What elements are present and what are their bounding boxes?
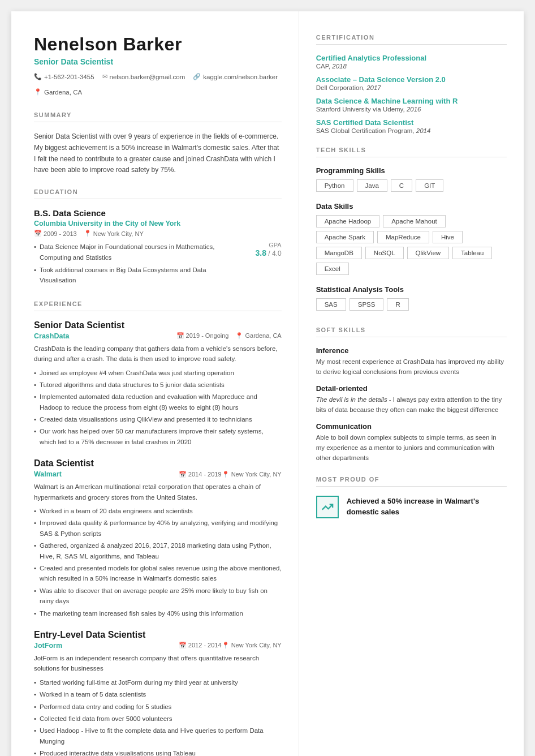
education-header: EDUCATION <box>34 188 282 195</box>
edu-school: Columbia University in the City of New Y… <box>34 220 282 227</box>
job2-meta: 📅 2014 - 2019 📍 New York City, NY <box>179 471 282 478</box>
phone-icon: 📞 <box>34 73 42 80</box>
job1-dates-location: 📅 2019 - Ongoing 📍 Gardena, CA <box>176 332 282 340</box>
skill-mapreduce: MapReduce <box>377 231 429 243</box>
most-proud-section: MOST PROUD OF Achieved a 50% increase in… <box>316 476 507 518</box>
job1-bullet-1: Joined as employee #4 when CrashData was… <box>34 368 282 378</box>
cert3-subtitle: Stanford University via Udemy, 2016 <box>316 106 507 113</box>
soft-skills-divider <box>316 337 507 337</box>
skill-mangodb: MangoDB <box>316 247 362 259</box>
header-section: Nenelson Barker Senior Data Scientist 📞 … <box>34 34 282 96</box>
skill-hive: Hive <box>433 231 463 243</box>
edu-dates: 📅 2009 - 2013 <box>34 230 77 237</box>
cert-item-3: Data Science & Machine Learning with R S… <box>316 97 507 113</box>
skill-qlikview: QlikView <box>407 247 450 259</box>
job3-bullet-6: Produced interactive data visualisations… <box>34 748 282 756</box>
edu-meta: 📅 2009 - 2013 📍 New York City, NY <box>34 230 282 237</box>
right-column: CERTIFICATION Certified Analytics Profes… <box>299 11 524 756</box>
calendar-icon: 📅 <box>34 230 42 237</box>
summary-text: Senior Data Scientist with over 9 years … <box>34 131 282 176</box>
experience-divider <box>34 311 282 311</box>
job2-bullet-1: Worked in a team of 20 data engineers an… <box>34 506 282 516</box>
job3-meta: 📅 2012 - 2014 📍 New York City, NY <box>179 642 282 649</box>
calendar-icon-j2: 📅 2014 - 2019 <box>179 471 222 478</box>
skill-apache-spark: Apache Spark <box>316 231 374 243</box>
job2-bullets: Worked in a team of 20 data engineers an… <box>34 506 282 618</box>
education-divider <box>34 199 282 199</box>
summary-header: SUMMARY <box>34 111 282 118</box>
cert2-title: Associate – Data Science Version 2.0 <box>316 75 507 84</box>
job-jotform: Entry-Level Data Scientist JotForm 📅 201… <box>34 630 282 756</box>
skill-apache-mahout: Apache Mahout <box>383 215 446 227</box>
soft-skills-section: SOFT SKILLS Inference My most recent exp… <box>316 327 507 463</box>
left-column: Nenelson Barker Senior Data Scientist 📞 … <box>11 11 299 756</box>
gpa-label: GPA <box>236 242 282 248</box>
kaggle-contact: 🔗 kaggle.com/nelson.barker <box>193 73 278 80</box>
email-icon: ✉ <box>102 73 107 80</box>
proud-item: Achieved a 50% increase in Walmart's dom… <box>316 496 507 518</box>
location-icon-edu: 📍 <box>84 230 92 237</box>
edu-bullet-1: Data Science Major in Foundational cours… <box>34 242 236 263</box>
job2-bullet-2: Improved data quality & performance by 4… <box>34 518 282 539</box>
soft-skill-1-name: Inference <box>316 346 507 355</box>
job1-desc: CrashData is the leading company that ga… <box>34 343 282 364</box>
cert4-subtitle: SAS Global Certification Program, 2014 <box>316 127 507 134</box>
soft-skill-detail: Detail-oriented The devil is in the deta… <box>316 384 507 415</box>
gpa-value: 3.8 / 4.0 <box>236 248 282 257</box>
job-walmart: Data Scientist Walmart 📅 2014 - 2019 📍 N… <box>34 458 282 618</box>
phone-contact: 📞 +1-562-201-3455 <box>34 73 94 80</box>
cert4-title: SAS Certified Data Scientist <box>316 118 507 127</box>
job1-bullets: Joined as employee #4 when CrashData was… <box>34 368 282 448</box>
email-contact: ✉ nelson.barker@gmail.com <box>102 73 185 80</box>
resume-page: Nenelson Barker Senior Data Scientist 📞 … <box>11 11 524 756</box>
data-skills-label: Data Skills <box>316 202 507 211</box>
job2-desc: Walmart is an American multinational ret… <box>34 482 282 502</box>
skill-c: C <box>391 179 412 192</box>
link-icon: 🔗 <box>193 73 201 80</box>
email-address: nelson.barker@gmail.com <box>110 74 185 80</box>
experience-section: EXPERIENCE Senior Data Scientist CrashDa… <box>34 300 282 756</box>
job1-bullet-4: Created data visualisations using QlikVi… <box>34 414 282 424</box>
soft-skill-1-desc: My most recent experience at CrashData h… <box>316 356 507 377</box>
programming-skills-category: Programming Skills Python Java C GIT <box>316 166 507 195</box>
skill-tableau: Tableau <box>452 247 492 259</box>
summary-section: SUMMARY Senior Data Scientist with over … <box>34 111 282 176</box>
location-contact: 📍 Gardena, CA <box>34 88 82 96</box>
soft-skill-communication: Communication Able to boil down complex … <box>316 422 507 463</box>
skill-excel: Excel <box>316 263 349 275</box>
data-skills-category: Data Skills Apache Hadoop Apache Mahout … <box>316 202 507 278</box>
job2-title: Data Scientist <box>34 458 282 469</box>
kaggle-url: kaggle.com/nelson.barker <box>203 74 278 80</box>
stat-analysis-label: Statistical Analysis Tools <box>316 285 507 294</box>
location-icon: 📍 <box>34 88 42 96</box>
edu-bullet-2: Took additional courses in Big Data Ecos… <box>34 265 236 286</box>
gpa-box: GPA 3.8 / 4.0 <box>236 242 282 257</box>
proud-icon <box>316 496 339 518</box>
job3-bullet-4: Collected field data from over 5000 volu… <box>34 714 282 724</box>
soft-skill-2-name: Detail-oriented <box>316 384 507 393</box>
education-section: EDUCATION B.S. Data Science Columbia Uni… <box>34 188 282 288</box>
location-text: Gardena, CA <box>44 89 82 96</box>
job1-company: CrashData <box>34 332 70 340</box>
job3-bullet-1: Started working full-time at JotForm dur… <box>34 677 282 688</box>
summary-divider <box>34 122 282 122</box>
resume-content: Nenelson Barker Senior Data Scientist 📞 … <box>11 11 524 756</box>
cert2-subtitle: Dell Corporation, 2017 <box>316 84 507 91</box>
programming-skills-label: Programming Skills <box>316 166 507 175</box>
data-skills-tags: Apache Hadoop Apache Mahout Apache Spark… <box>316 215 507 278</box>
calendar-icon-j3: 📅 2012 - 2014 <box>179 642 222 649</box>
edu-details: Data Science Major in Foundational cours… <box>34 242 282 288</box>
candidate-title: Senior Data Scientist <box>34 57 282 66</box>
phone-number: +1-562-201-3455 <box>44 74 94 80</box>
certification-divider <box>316 44 507 45</box>
edu-bullets-list: Data Science Major in Foundational cours… <box>34 242 236 288</box>
cert-item-2: Associate – Data Science Version 2.0 Del… <box>316 75 507 91</box>
soft-skill-inference: Inference My most recent experience at C… <box>316 346 507 377</box>
job2-bullet-6: The marketing team increased fish sales … <box>34 608 282 618</box>
job1-meta: 📅 2019 - Ongoing 📍 Gardena, CA <box>176 332 282 340</box>
skill-spss: SPSS <box>350 298 384 311</box>
job3-bullets: Started working full-time at JotForm dur… <box>34 677 282 756</box>
skill-python: Python <box>316 179 353 192</box>
job1-bullet-3: Implemented automated data reduction and… <box>34 392 282 413</box>
job3-bullet-3: Performed data entry and coding for 5 st… <box>34 702 282 712</box>
